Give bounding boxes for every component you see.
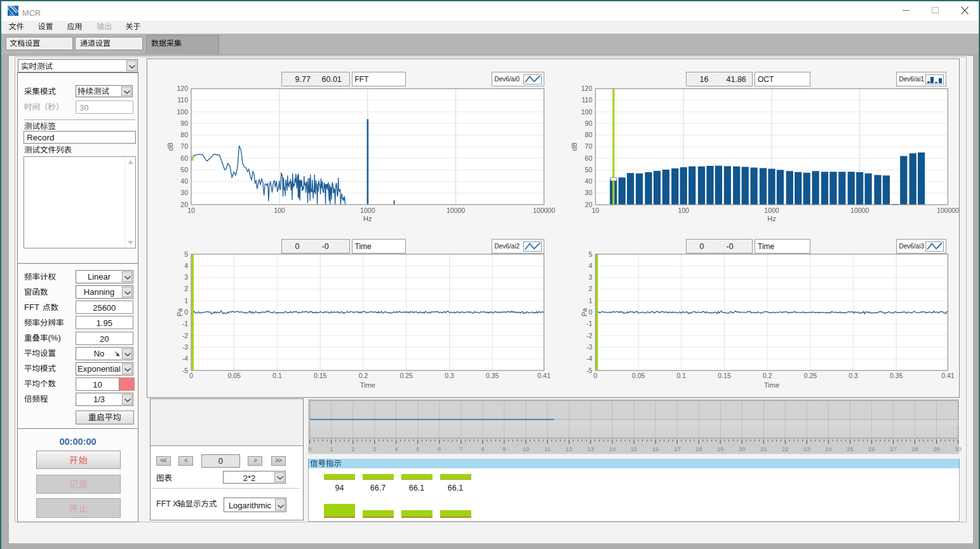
svg-text:0: 0: [184, 308, 188, 316]
svg-text:2: 2: [589, 285, 593, 292]
svg-text:90: 90: [585, 119, 593, 127]
svg-text:5: 5: [589, 250, 593, 258]
svg-text:2: 2: [351, 445, 354, 452]
svg-text:10: 10: [592, 207, 600, 214]
svg-text:40: 40: [585, 177, 593, 185]
svg-text:-5: -5: [182, 367, 188, 374]
svg-text:30: 30: [955, 445, 962, 452]
svg-text:0: 0: [589, 308, 593, 316]
svg-text:0.3: 0.3: [849, 372, 858, 379]
svg-text:9: 9: [502, 445, 506, 452]
svg-text:27: 27: [890, 445, 897, 452]
svg-text:4: 4: [589, 262, 593, 269]
svg-text:1000: 1000: [360, 207, 375, 214]
svg-text:3: 3: [184, 273, 188, 281]
svg-text:25: 25: [847, 445, 854, 452]
svg-text:8: 8: [481, 445, 484, 452]
svg-text:100: 100: [177, 108, 188, 116]
svg-text:100: 100: [581, 108, 593, 116]
svg-text:1000: 1000: [764, 207, 779, 214]
svg-text:0.25: 0.25: [399, 372, 413, 379]
svg-text:20: 20: [739, 445, 746, 452]
svg-text:6: 6: [438, 445, 441, 452]
svg-text:19: 19: [717, 445, 724, 452]
svg-text:100: 100: [678, 207, 689, 214]
svg-text:0.15: 0.15: [718, 372, 731, 379]
svg-text:0: 0: [308, 445, 311, 452]
svg-text:-4: -4: [586, 355, 592, 362]
svg-text:50: 50: [585, 166, 593, 173]
svg-text:3: 3: [589, 273, 593, 281]
svg-text:dB: dB: [570, 142, 578, 151]
svg-text:60: 60: [585, 154, 593, 162]
svg-text:110: 110: [177, 96, 188, 104]
svg-text:Time: Time: [360, 381, 375, 389]
svg-text:0.05: 0.05: [632, 372, 645, 379]
svg-text:30: 30: [585, 189, 593, 196]
svg-text:2: 2: [184, 285, 188, 292]
svg-text:0: 0: [189, 372, 193, 379]
svg-text:0.15: 0.15: [314, 372, 327, 379]
svg-text:-4: -4: [182, 355, 188, 362]
svg-text:17: 17: [674, 445, 681, 452]
svg-text:120: 120: [177, 85, 188, 92]
svg-text:26: 26: [868, 445, 875, 452]
svg-text:0.2: 0.2: [359, 372, 368, 379]
svg-text:0.1: 0.1: [272, 372, 282, 379]
svg-text:Pa: Pa: [176, 308, 184, 316]
svg-text:110: 110: [582, 96, 593, 104]
svg-text:15: 15: [631, 445, 638, 452]
svg-text:-2: -2: [182, 332, 188, 339]
svg-text:10000: 10000: [850, 207, 869, 214]
svg-text:80: 80: [180, 131, 188, 139]
svg-text:100000: 100000: [937, 207, 959, 214]
svg-text:16: 16: [652, 445, 659, 452]
svg-text:70: 70: [585, 142, 593, 150]
svg-text:7: 7: [459, 445, 462, 452]
svg-text:14: 14: [609, 445, 616, 452]
svg-text:11: 11: [544, 445, 551, 452]
svg-text:1: 1: [589, 297, 593, 304]
svg-text:-2: -2: [586, 332, 592, 339]
svg-text:22: 22: [782, 445, 789, 452]
svg-text:5: 5: [416, 445, 419, 452]
svg-text:0.35: 0.35: [890, 372, 903, 379]
svg-text:1: 1: [330, 445, 333, 452]
svg-text:70: 70: [180, 142, 188, 150]
svg-text:23: 23: [803, 445, 810, 452]
svg-text:21: 21: [760, 445, 767, 452]
svg-text:12: 12: [566, 445, 573, 452]
svg-text:-1: -1: [586, 320, 592, 327]
svg-text:28: 28: [911, 445, 918, 452]
svg-text:0.05: 0.05: [227, 372, 241, 379]
svg-text:3: 3: [373, 445, 376, 452]
svg-text:0.25: 0.25: [804, 372, 817, 379]
svg-text:50: 50: [180, 166, 188, 173]
svg-text:10: 10: [523, 445, 530, 452]
svg-text:100000: 100000: [533, 207, 555, 214]
svg-text:30: 30: [180, 189, 188, 196]
svg-text:10: 10: [187, 207, 195, 214]
svg-text:29: 29: [933, 445, 940, 452]
svg-text:0: 0: [594, 372, 598, 379]
svg-text:-1: -1: [182, 320, 188, 327]
svg-text:60: 60: [180, 154, 188, 162]
svg-text:0.3: 0.3: [445, 372, 454, 379]
svg-text:0.41: 0.41: [537, 372, 551, 379]
svg-text:4: 4: [394, 445, 398, 452]
svg-text:10000: 10000: [446, 207, 465, 214]
svg-text:Hz: Hz: [767, 215, 775, 222]
svg-text:24: 24: [825, 445, 832, 452]
svg-text:0.2: 0.2: [763, 372, 772, 379]
svg-text:90: 90: [180, 119, 188, 127]
svg-text:Hz: Hz: [363, 215, 372, 222]
svg-text:4: 4: [184, 262, 188, 269]
svg-text:Pa: Pa: [581, 308, 588, 316]
svg-text:100: 100: [274, 207, 285, 214]
svg-text:40: 40: [180, 177, 188, 185]
svg-text:5: 5: [184, 250, 188, 258]
svg-text:0.41: 0.41: [941, 372, 955, 379]
svg-text:13: 13: [587, 445, 594, 452]
svg-text:Time: Time: [764, 381, 779, 389]
svg-text:1: 1: [184, 297, 188, 304]
